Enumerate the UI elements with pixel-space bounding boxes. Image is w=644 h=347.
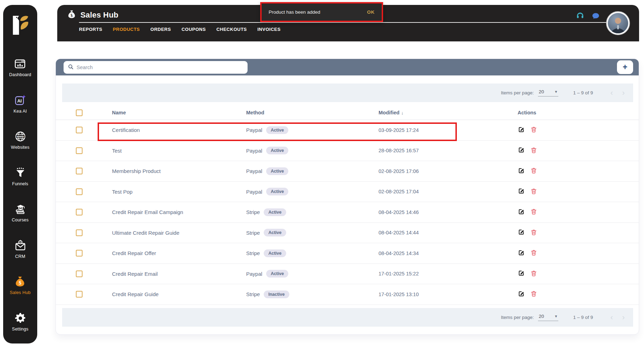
table-body: Certification Paypal Active 03-09-2025 1… (56, 120, 639, 305)
add-product-button[interactable]: + (617, 60, 633, 74)
sidebar-item-websites[interactable]: www Websites (11, 130, 29, 150)
modified-date: 08-04-2025 14:46 (379, 209, 518, 215)
delete-button[interactable] (530, 249, 537, 257)
sidebar-item-kea-ai[interactable]: AI Kea AI (13, 94, 27, 114)
sidebar-item-crm[interactable]: CRM (14, 239, 27, 259)
trash-icon (530, 188, 537, 196)
toast-ok-button[interactable]: OK (367, 9, 375, 15)
next-page-button[interactable]: › (622, 314, 625, 321)
row-checkbox[interactable] (76, 229, 83, 236)
next-page-button[interactable]: › (622, 89, 625, 97)
delete-button[interactable] (530, 167, 537, 175)
sidebar-item-courses[interactable]: Courses (12, 203, 29, 222)
table-row[interactable]: Certification Paypal Active 03-09-2025 1… (56, 120, 639, 141)
payment-method: Paypal (246, 148, 262, 154)
search-input[interactable] (77, 65, 243, 70)
edit-icon (518, 146, 525, 155)
row-checkbox[interactable] (76, 250, 83, 256)
search-field[interactable] (64, 61, 248, 74)
delete-button[interactable] (530, 229, 537, 237)
previous-page-button[interactable]: ‹ (610, 314, 613, 321)
edit-icon (518, 290, 525, 299)
table-header: Name Method Modified↓ Actions (56, 106, 639, 120)
tab-orders[interactable]: ORDERS (150, 27, 171, 32)
sidebar-item-label: Funnels (12, 181, 28, 186)
edit-button[interactable] (518, 208, 525, 216)
payment-method: Paypal (246, 168, 262, 174)
sidebar-item-label: CRM (15, 254, 25, 259)
items-per-page-label: Items per page: (501, 90, 534, 95)
chat-icon[interactable] (591, 11, 600, 21)
trash-icon (530, 147, 537, 155)
edit-button[interactable] (518, 146, 525, 155)
payment-method: Paypal (246, 271, 262, 277)
search-icon (68, 64, 74, 71)
previous-page-button[interactable]: ‹ (610, 89, 613, 97)
row-checkbox[interactable] (76, 127, 83, 133)
gear-icon (14, 312, 27, 325)
table-row[interactable]: Credit Repair Guide Stripe Inactive 17-0… (56, 284, 639, 305)
delete-button[interactable] (530, 270, 537, 278)
edit-icon (518, 208, 525, 216)
delete-button[interactable] (530, 188, 537, 196)
support-headset-icon[interactable] (575, 11, 585, 21)
sidebar-item-settings[interactable]: Settings (12, 312, 28, 332)
table-row[interactable]: Credit Repair Email Campaign Stripe Acti… (56, 202, 639, 223)
row-checkbox[interactable] (76, 271, 83, 277)
delete-button[interactable] (530, 290, 537, 298)
row-checkbox[interactable] (76, 168, 83, 174)
sidebar-item-funnels[interactable]: Funnels (12, 167, 28, 186)
search-toolbar: + (56, 59, 639, 75)
sidebar-item-sales-hub[interactable]: $ Sales Hub (10, 275, 31, 295)
row-checkbox[interactable] (76, 147, 83, 154)
product-name: Membership Product (112, 168, 246, 174)
row-checkbox[interactable] (76, 188, 83, 195)
row-checkbox[interactable] (76, 291, 83, 298)
modified-date: 08-04-2025 14:44 (379, 230, 518, 235)
status-badge: Active (264, 229, 286, 236)
row-checkbox[interactable] (76, 209, 83, 215)
delete-button[interactable] (530, 208, 537, 216)
edit-icon (518, 249, 525, 258)
funnel-icon (14, 167, 27, 179)
status-badge: Active (266, 188, 289, 195)
edit-button[interactable] (518, 249, 525, 258)
delete-button[interactable] (530, 126, 537, 134)
table-row[interactable]: Credit Repair Email Paypal Active 17-01-… (56, 264, 639, 285)
modified-date: 17-01-2025 13:10 (379, 292, 518, 297)
table-row[interactable]: Membership Product Paypal Active 02-08-2… (56, 161, 639, 182)
edit-icon (518, 228, 525, 237)
edit-button[interactable] (518, 167, 525, 175)
page-title: Sales Hub (80, 11, 118, 20)
table-row[interactable]: Test Paypal Active 28-08-2025 16:57 (56, 141, 639, 161)
sidebar-item-dashboard[interactable]: Dashboard (9, 58, 31, 77)
tab-reports[interactable]: REPORTS (79, 27, 102, 32)
edit-button[interactable] (518, 228, 525, 237)
column-header-name[interactable]: Name (112, 110, 246, 115)
edit-button[interactable] (518, 187, 525, 196)
table-row[interactable]: Test Pop Paypal Active 02-08-2025 17:04 (56, 182, 639, 202)
edit-button[interactable] (518, 126, 525, 134)
payment-method: Stripe (246, 230, 260, 236)
items-per-page-select[interactable]: 20 ▼ (538, 314, 558, 321)
table-row[interactable]: Ultimate Credit Repair Guide Stripe Acti… (56, 223, 639, 243)
column-header-method[interactable]: Method (246, 110, 379, 115)
edit-button[interactable] (518, 269, 525, 278)
tab-coupons[interactable]: COUPONS (182, 27, 206, 32)
kea-logo[interactable] (3, 14, 37, 36)
user-avatar[interactable] (606, 11, 630, 35)
page-range-label: 1 – 9 of 9 (573, 315, 600, 320)
select-all-checkbox[interactable] (76, 109, 83, 116)
product-name: Credit Repair Guide (112, 291, 246, 297)
table-row[interactable]: Credit Repair Offer Stripe Active 08-04-… (56, 243, 639, 264)
globe-www-icon: www (14, 130, 27, 143)
payment-method: Stripe (246, 209, 260, 215)
delete-button[interactable] (530, 147, 537, 155)
edit-button[interactable] (518, 290, 525, 299)
toast-message: Product has been added (269, 9, 320, 15)
tab-checkouts[interactable]: CHECKOUTS (216, 27, 247, 32)
column-header-modified[interactable]: Modified↓ (379, 110, 518, 115)
tab-invoices[interactable]: INVOICES (257, 27, 281, 32)
tab-products[interactable]: PRODUCTS (113, 27, 140, 32)
items-per-page-select[interactable]: 20 ▼ (538, 89, 558, 96)
